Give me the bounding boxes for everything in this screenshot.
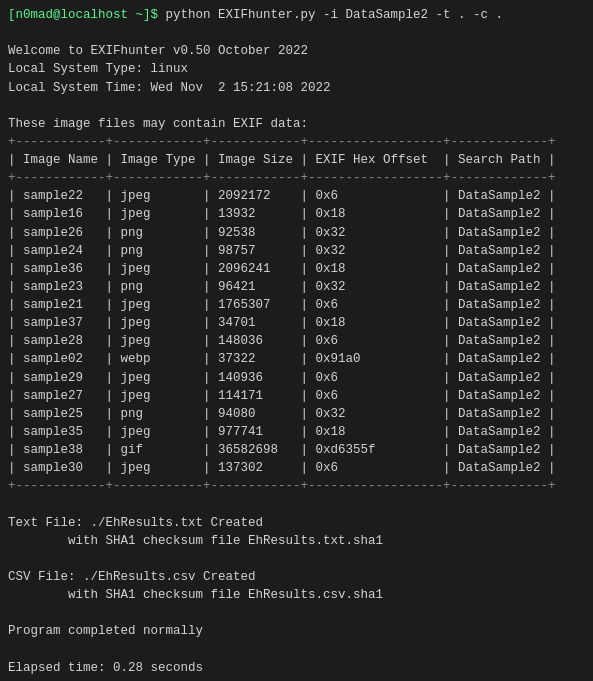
system-time: Local System Time: Wed Nov 2 15:21:08 20… (8, 79, 585, 97)
table-row: | sample28 | jpeg | 148036 | 0x6 | DataS… (8, 332, 585, 350)
table-row: | sample23 | png | 96421 | 0x32 | DataSa… (8, 278, 585, 296)
blank-3 (8, 495, 585, 513)
table-row: | sample36 | jpeg | 2096241 | 0x18 | Dat… (8, 260, 585, 278)
table-row: | sample38 | gif | 36582698 | 0xd6355f |… (8, 441, 585, 459)
text-file-created: Text File: ./EhResults.txt Created (8, 514, 585, 532)
table-row: | sample30 | jpeg | 137302 | 0x6 | DataS… (8, 459, 585, 477)
table-row: | sample24 | png | 98757 | 0x32 | DataSa… (8, 242, 585, 260)
prompt: [n0mad@localhost ~]$ (8, 8, 158, 22)
table-header-border: +------------+------------+------------+… (8, 169, 585, 187)
table-top-border: +------------+------------+------------+… (8, 133, 585, 151)
table-header: | Image Name | Image Type | Image Size |… (8, 151, 585, 169)
csv-sha1: with SHA1 checksum file EhResults.csv.sh… (8, 586, 585, 604)
table-bottom-border: +------------+------------+------------+… (8, 477, 585, 495)
table-row: | sample37 | jpeg | 34701 | 0x18 | DataS… (8, 314, 585, 332)
info-line: These image files may contain EXIF data: (8, 115, 585, 133)
blank-7 (8, 677, 585, 681)
command-text: python EXIFhunter.py -i DataSample2 -t .… (158, 8, 503, 22)
blank-1 (8, 24, 585, 42)
table-row: | sample21 | jpeg | 1765307 | 0x6 | Data… (8, 296, 585, 314)
table-row: | sample16 | jpeg | 13932 | 0x18 | DataS… (8, 205, 585, 223)
elapsed-time: Elapsed time: 0.28 seconds (8, 659, 585, 677)
table-row: | sample35 | jpeg | 977741 | 0x18 | Data… (8, 423, 585, 441)
table-row: | sample22 | jpeg | 2092172 | 0x6 | Data… (8, 187, 585, 205)
completed-line: Program completed normally (8, 622, 585, 640)
table-row: | sample26 | png | 92538 | 0x32 | DataSa… (8, 224, 585, 242)
table-row: | sample02 | webp | 37322 | 0x91a0 | Dat… (8, 350, 585, 368)
text-sha1: with SHA1 checksum file EhResults.txt.sh… (8, 532, 585, 550)
blank-2 (8, 97, 585, 115)
table-row: | sample29 | jpeg | 140936 | 0x6 | DataS… (8, 369, 585, 387)
table-row: | sample27 | jpeg | 114171 | 0x6 | DataS… (8, 387, 585, 405)
table-row: | sample25 | png | 94080 | 0x32 | DataSa… (8, 405, 585, 423)
blank-6 (8, 640, 585, 658)
blank-4 (8, 550, 585, 568)
system-type: Local System Type: linux (8, 60, 585, 78)
welcome-line: Welcome to EXIFhunter v0.50 October 2022 (8, 42, 585, 60)
terminal-window: [n0mad@localhost ~]$ python EXIFhunter.p… (0, 0, 593, 681)
blank-5 (8, 604, 585, 622)
command-line: [n0mad@localhost ~]$ python EXIFhunter.p… (8, 6, 585, 24)
csv-file-created: CSV File: ./EhResults.csv Created (8, 568, 585, 586)
